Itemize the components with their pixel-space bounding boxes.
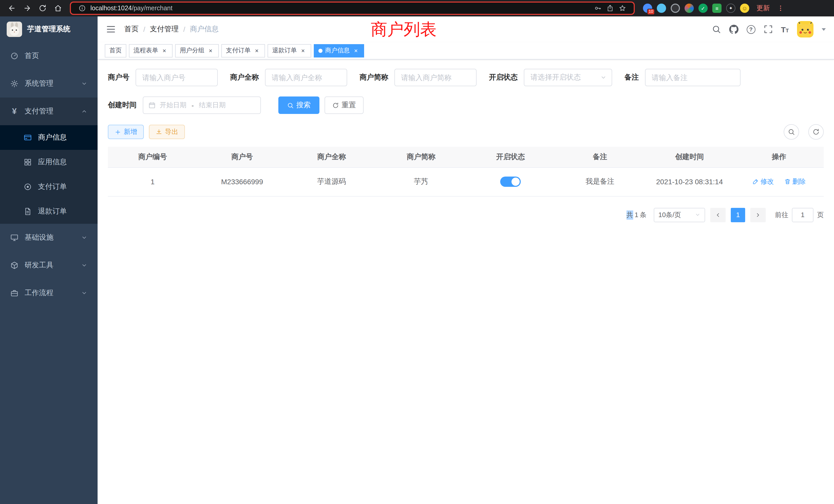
filter-label: 创建时间 xyxy=(108,100,137,110)
status-select[interactable]: 请选择开启状态 xyxy=(524,69,612,86)
reset-button[interactable]: 重置 xyxy=(325,96,364,114)
full-name-input[interactable] xyxy=(265,69,347,86)
page-size-select[interactable]: 10条/页 xyxy=(654,208,705,222)
sidebar-item-system[interactable]: 系统管理 xyxy=(0,70,97,97)
breadcrumb-current: 商户信息 xyxy=(190,25,219,34)
table-toolbar: 新增 导出 xyxy=(108,124,824,140)
close-icon[interactable]: × xyxy=(207,47,214,54)
screen: localhost:1024/pay/merchant 10 更新 商户列表 芋… xyxy=(0,0,834,504)
tab-label: 退款订单 xyxy=(272,46,297,55)
close-icon[interactable]: × xyxy=(300,47,307,54)
bookmark-star-icon[interactable] xyxy=(619,5,626,12)
sidebar-item-payment-orders[interactable]: 支付订单 xyxy=(0,175,97,199)
col-status: 开启状态 xyxy=(466,147,555,167)
search-button-label: 搜索 xyxy=(296,100,311,110)
show-search-toggle-icon[interactable] xyxy=(784,124,799,140)
filter-label: 商户简称 xyxy=(359,73,388,82)
site-info-icon[interactable] xyxy=(79,5,86,12)
sidebar-item-label: 首页 xyxy=(25,51,39,61)
search-icon[interactable] xyxy=(711,25,721,34)
sidebar-item-home[interactable]: 首页 xyxy=(0,42,97,70)
tab-user-group[interactable]: 用户分组× xyxy=(175,44,219,57)
sidebar-item-merchant-info[interactable]: 商户信息 xyxy=(0,125,97,150)
tab-refund-orders[interactable]: 退款订单× xyxy=(267,44,311,57)
main-area: 首页 / 支付管理 / 商户信息 ? TT 首页 流程表单× 用户分组× xyxy=(97,17,834,504)
filter-label: 商户号 xyxy=(108,73,129,82)
col-remark: 备注 xyxy=(555,147,645,167)
delete-button[interactable]: 删除 xyxy=(784,177,806,186)
sidebar-item-payment[interactable]: ¥ 支付管理 xyxy=(0,97,97,125)
extension-icon[interactable] xyxy=(684,4,694,13)
password-key-icon[interactable] xyxy=(594,5,601,12)
sidebar-item-label: 退款订单 xyxy=(38,207,67,216)
short-name-input[interactable] xyxy=(394,69,477,86)
fullscreen-icon[interactable] xyxy=(763,25,773,34)
prev-page-button[interactable] xyxy=(710,208,726,222)
extension-icon[interactable] xyxy=(671,4,680,13)
goto-page-input[interactable] xyxy=(792,208,813,222)
app-logo[interactable]: 芋道管理系统 xyxy=(0,17,97,42)
pagination: 共 1 条 10条/页 1 前往 页 xyxy=(108,208,824,222)
extension-icon[interactable] xyxy=(712,4,722,13)
extension-badge: 10 xyxy=(647,9,655,15)
help-icon[interactable]: ? xyxy=(746,25,755,33)
user-avatar[interactable] xyxy=(797,21,813,38)
breadcrumb-payment[interactable]: 支付管理 xyxy=(150,25,179,34)
cell-merchant-no: M233666999 xyxy=(197,167,287,196)
add-button[interactable]: 新增 xyxy=(108,125,144,139)
tab-process-form[interactable]: 流程表单× xyxy=(129,44,173,57)
edit-button[interactable]: 修改 xyxy=(752,177,774,186)
back-icon[interactable] xyxy=(5,2,19,15)
search-button[interactable]: 搜索 xyxy=(278,96,320,114)
extension-icon[interactable] xyxy=(740,4,749,13)
extension-icon[interactable] xyxy=(726,4,736,13)
pagination-total-suffix: 条 xyxy=(640,210,646,220)
chevron-down-icon xyxy=(81,262,87,269)
close-icon[interactable]: × xyxy=(253,47,260,54)
browser-menu-icon[interactable] xyxy=(774,2,787,15)
address-bar[interactable]: localhost:1024/pay/merchant xyxy=(70,2,635,15)
remark-input[interactable] xyxy=(645,69,741,86)
sidebar-item-refund-orders[interactable]: 退款订单 xyxy=(0,199,97,224)
home-icon[interactable] xyxy=(51,2,65,15)
cell-status xyxy=(466,167,555,196)
browser-update-button[interactable]: 更新 xyxy=(756,4,770,13)
breadcrumb-home[interactable]: 首页 xyxy=(124,25,139,34)
sidebar-item-infrastructure[interactable]: 基础设施 xyxy=(0,224,97,251)
forward-icon[interactable] xyxy=(21,2,34,15)
filter-label: 开启状态 xyxy=(489,73,518,82)
sidebar-item-workflow[interactable]: 工作流程 xyxy=(0,279,97,307)
reload-icon[interactable] xyxy=(36,2,49,15)
status-toggle[interactable] xyxy=(500,177,521,187)
filter-label: 备注 xyxy=(624,73,639,82)
share-icon[interactable] xyxy=(607,5,614,12)
export-button[interactable]: 导出 xyxy=(149,125,185,139)
tab-merchant-info[interactable]: 商户信息× xyxy=(314,44,364,57)
tab-home[interactable]: 首页 xyxy=(105,44,126,57)
hamburger-icon[interactable] xyxy=(106,24,116,35)
font-size-icon[interactable]: TT xyxy=(781,25,789,33)
filter-short-name: 商户简称 xyxy=(359,69,477,86)
sidebar-item-app-info[interactable]: 应用信息 xyxy=(0,150,97,175)
github-icon[interactable] xyxy=(729,25,738,34)
breadcrumb-separator: / xyxy=(143,25,145,33)
merchant-no-input[interactable] xyxy=(136,69,218,86)
extension-icon[interactable] xyxy=(698,4,708,13)
filter-create-time: 创建时间 开始日期 - 结束日期 xyxy=(108,96,261,114)
date-range-picker[interactable]: 开始日期 - 结束日期 xyxy=(143,96,261,114)
refresh-table-icon[interactable] xyxy=(808,124,824,140)
tab-label: 支付订单 xyxy=(226,46,250,55)
sidebar-item-dev-tools[interactable]: 研发工具 xyxy=(0,251,97,279)
tab-payment-orders[interactable]: 支付订单× xyxy=(221,44,265,57)
caret-down-icon[interactable] xyxy=(822,28,826,30)
credit-card-icon xyxy=(24,134,32,142)
next-page-button[interactable] xyxy=(750,208,766,222)
close-icon[interactable]: × xyxy=(161,47,168,54)
pagination-total-count: 1 xyxy=(635,211,638,219)
extension-icon[interactable]: 10 xyxy=(643,4,652,13)
sidebar-menu: 首页 系统管理 ¥ 支付管理 商户信息 应用信息 xyxy=(0,42,97,307)
extension-icon[interactable] xyxy=(657,4,666,13)
close-icon[interactable]: × xyxy=(352,47,359,54)
record-icon xyxy=(24,183,32,191)
page-1-button[interactable]: 1 xyxy=(731,208,745,222)
